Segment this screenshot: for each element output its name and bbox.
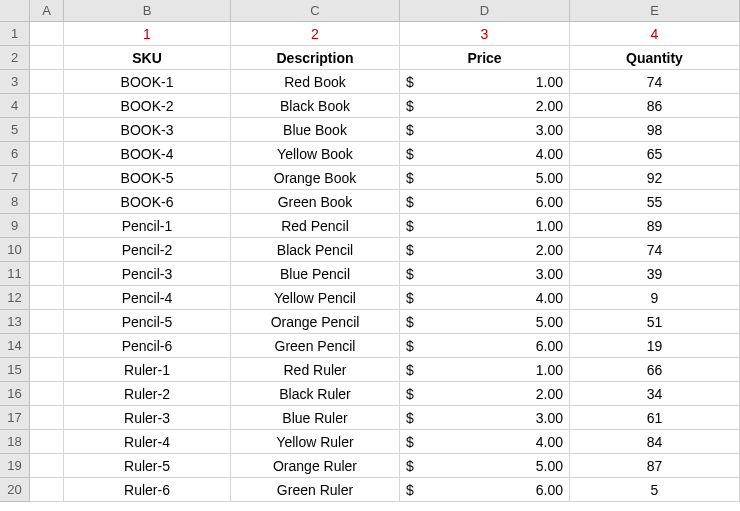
cell-D10[interactable]: $2.00 (400, 238, 570, 262)
cell-C19[interactable]: Orange Ruler (231, 454, 400, 478)
cell-B9[interactable]: Pencil-1 (64, 214, 231, 238)
cell-E12[interactable]: 9 (570, 286, 740, 310)
row-header-7[interactable]: 7 (0, 166, 30, 190)
cell-A3[interactable] (30, 70, 64, 94)
cell-A9[interactable] (30, 214, 64, 238)
cell-C4[interactable]: Black Book (231, 94, 400, 118)
cell-A12[interactable] (30, 286, 64, 310)
cell-B10[interactable]: Pencil-2 (64, 238, 231, 262)
cell-A1[interactable] (30, 22, 64, 46)
row-header-18[interactable]: 18 (0, 430, 30, 454)
cell-C11[interactable]: Blue Pencil (231, 262, 400, 286)
cell-C2[interactable]: Description (231, 46, 400, 70)
row-header-20[interactable]: 20 (0, 478, 30, 502)
cell-A14[interactable] (30, 334, 64, 358)
cell-C7[interactable]: Orange Book (231, 166, 400, 190)
cell-E14[interactable]: 19 (570, 334, 740, 358)
cell-B11[interactable]: Pencil-3 (64, 262, 231, 286)
row-header-15[interactable]: 15 (0, 358, 30, 382)
cell-B6[interactable]: BOOK-4 (64, 142, 231, 166)
cell-E10[interactable]: 74 (570, 238, 740, 262)
row-header-5[interactable]: 5 (0, 118, 30, 142)
cell-E3[interactable]: 74 (570, 70, 740, 94)
row-header-3[interactable]: 3 (0, 70, 30, 94)
cell-B13[interactable]: Pencil-5 (64, 310, 231, 334)
cell-C10[interactable]: Black Pencil (231, 238, 400, 262)
spreadsheet-grid[interactable]: ABCDE112342SKUDescriptionPriceQuantity3B… (0, 0, 740, 502)
row-header-6[interactable]: 6 (0, 142, 30, 166)
cell-D7[interactable]: $5.00 (400, 166, 570, 190)
cell-B1[interactable]: 1 (64, 22, 231, 46)
cell-A20[interactable] (30, 478, 64, 502)
cell-E5[interactable]: 98 (570, 118, 740, 142)
cell-E16[interactable]: 34 (570, 382, 740, 406)
cell-C16[interactable]: Black Ruler (231, 382, 400, 406)
cell-D16[interactable]: $2.00 (400, 382, 570, 406)
cell-C8[interactable]: Green Book (231, 190, 400, 214)
row-header-14[interactable]: 14 (0, 334, 30, 358)
cell-D15[interactable]: $1.00 (400, 358, 570, 382)
cell-E9[interactable]: 89 (570, 214, 740, 238)
cell-D1[interactable]: 3 (400, 22, 570, 46)
cell-E17[interactable]: 61 (570, 406, 740, 430)
cell-B8[interactable]: BOOK-6 (64, 190, 231, 214)
row-header-10[interactable]: 10 (0, 238, 30, 262)
cell-C1[interactable]: 2 (231, 22, 400, 46)
cell-A16[interactable] (30, 382, 64, 406)
cell-B17[interactable]: Ruler-3 (64, 406, 231, 430)
cell-B2[interactable]: SKU (64, 46, 231, 70)
cell-E6[interactable]: 65 (570, 142, 740, 166)
cell-E11[interactable]: 39 (570, 262, 740, 286)
cell-E13[interactable]: 51 (570, 310, 740, 334)
cell-C13[interactable]: Orange Pencil (231, 310, 400, 334)
cell-D12[interactable]: $4.00 (400, 286, 570, 310)
column-header-C[interactable]: C (231, 0, 400, 22)
cell-B4[interactable]: BOOK-2 (64, 94, 231, 118)
cell-E7[interactable]: 92 (570, 166, 740, 190)
cell-A5[interactable] (30, 118, 64, 142)
cell-C18[interactable]: Yellow Ruler (231, 430, 400, 454)
cell-B19[interactable]: Ruler-5 (64, 454, 231, 478)
cell-D17[interactable]: $3.00 (400, 406, 570, 430)
cell-A8[interactable] (30, 190, 64, 214)
cell-C5[interactable]: Blue Book (231, 118, 400, 142)
cell-A18[interactable] (30, 430, 64, 454)
row-header-17[interactable]: 17 (0, 406, 30, 430)
cell-A7[interactable] (30, 166, 64, 190)
select-all-corner[interactable] (0, 0, 30, 22)
row-header-12[interactable]: 12 (0, 286, 30, 310)
cell-E18[interactable]: 84 (570, 430, 740, 454)
row-header-13[interactable]: 13 (0, 310, 30, 334)
row-header-1[interactable]: 1 (0, 22, 30, 46)
cell-A6[interactable] (30, 142, 64, 166)
cell-E2[interactable]: Quantity (570, 46, 740, 70)
cell-B15[interactable]: Ruler-1 (64, 358, 231, 382)
row-header-4[interactable]: 4 (0, 94, 30, 118)
cell-A2[interactable] (30, 46, 64, 70)
cell-D13[interactable]: $5.00 (400, 310, 570, 334)
cell-D19[interactable]: $5.00 (400, 454, 570, 478)
cell-D2[interactable]: Price (400, 46, 570, 70)
cell-B20[interactable]: Ruler-6 (64, 478, 231, 502)
cell-D20[interactable]: $6.00 (400, 478, 570, 502)
cell-C14[interactable]: Green Pencil (231, 334, 400, 358)
cell-B18[interactable]: Ruler-4 (64, 430, 231, 454)
cell-C17[interactable]: Blue Ruler (231, 406, 400, 430)
column-header-E[interactable]: E (570, 0, 740, 22)
row-header-19[interactable]: 19 (0, 454, 30, 478)
cell-A13[interactable] (30, 310, 64, 334)
cell-A11[interactable] (30, 262, 64, 286)
cell-E20[interactable]: 5 (570, 478, 740, 502)
cell-B16[interactable]: Ruler-2 (64, 382, 231, 406)
column-header-D[interactable]: D (400, 0, 570, 22)
cell-B5[interactable]: BOOK-3 (64, 118, 231, 142)
cell-D3[interactable]: $1.00 (400, 70, 570, 94)
row-header-2[interactable]: 2 (0, 46, 30, 70)
cell-D14[interactable]: $6.00 (400, 334, 570, 358)
cell-C9[interactable]: Red Pencil (231, 214, 400, 238)
cell-A4[interactable] (30, 94, 64, 118)
cell-E15[interactable]: 66 (570, 358, 740, 382)
cell-D11[interactable]: $3.00 (400, 262, 570, 286)
row-header-16[interactable]: 16 (0, 382, 30, 406)
cell-C3[interactable]: Red Book (231, 70, 400, 94)
